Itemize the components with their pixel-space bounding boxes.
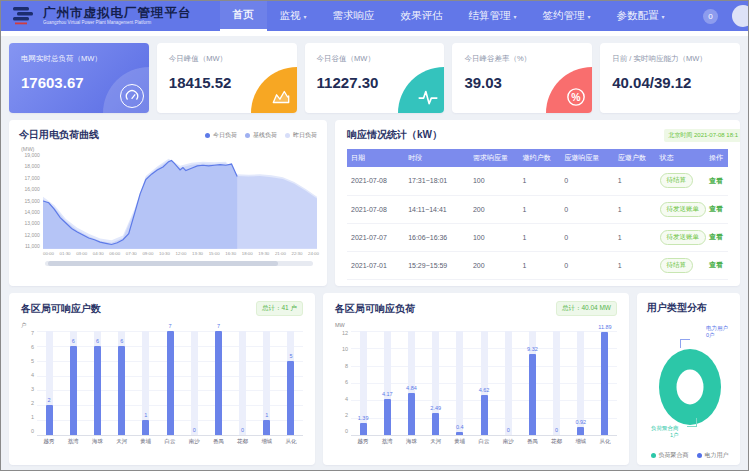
table-header-cell: 日期 [347, 149, 404, 167]
view-link[interactable]: 查看 [709, 261, 723, 268]
pulse-icon [417, 86, 439, 108]
status-badge: 待结算 [660, 258, 694, 273]
bar-从化: 11.89 [593, 331, 617, 435]
table-cell: 15:29~15:59 [404, 251, 469, 279]
status-badge: 待发送账单 [660, 202, 707, 217]
y-tick: 2 [31, 401, 34, 407]
bar-chart-main: 26661707015越秀荔湾海珠天河黄埔白云南沙番禺花都增城从化 [37, 322, 303, 445]
nav-item-3[interactable]: 效果评估 [388, 1, 456, 31]
notification-badge[interactable]: 0 [703, 9, 718, 24]
y-tick: 1 [31, 415, 34, 421]
x-tick: 海珠 [399, 438, 423, 445]
nav-item-4[interactable]: 结算管理▾ [456, 1, 530, 31]
view-link[interactable]: 查看 [709, 233, 723, 240]
load-curve-legend: 今日负荷基线负荷昨日负荷 [205, 131, 317, 140]
table-cell: 查看 [705, 195, 728, 223]
nav-item-0[interactable]: 首页 [220, 1, 267, 31]
y-tick: 4 [31, 373, 34, 379]
table-cell: 1 [518, 195, 560, 223]
chevron-down-icon: ▾ [514, 13, 517, 20]
x-tick: 白云 [472, 438, 496, 445]
table-cell: 0 [560, 223, 613, 251]
load-by-district-title: 各区局可响应负荷 [335, 302, 415, 316]
area-series [43, 160, 237, 248]
table-header-cell: 状态 [656, 149, 706, 167]
top-navbar: 广州市虚拟电厂管理平台 Guangzhou Virtual Power Plan… [1, 1, 748, 31]
user-types-panel: 用户类型分布 电力用户 0户 负荷聚合商 1户 负 [637, 293, 740, 465]
bar-南沙: 0 [182, 331, 206, 435]
kpi-value: 40.04/39.12 [612, 74, 728, 91]
bar-value-label: 7 [158, 323, 182, 329]
app-subtitle: Guangzhou Virtual Power Plant Management… [43, 21, 192, 26]
status-badge: 待发送账单 [660, 230, 707, 245]
legend-item[interactable]: 昨日负荷 [285, 131, 317, 140]
table-cell: 0 [560, 251, 613, 279]
x-tick: 22:30 [291, 251, 302, 256]
callout-power-users: 电力用户 0户 [706, 325, 728, 339]
legend-item[interactable]: 电力用户 [697, 451, 729, 460]
bar-chart-axis: MW121086420 [335, 322, 351, 445]
legend-dot [245, 133, 250, 138]
y-tick: 17,000 [25, 176, 40, 181]
x-tick: 越秀 [351, 438, 375, 445]
x-tick: 黄埔 [448, 438, 472, 445]
users-by-district-panel: 各区局可响应户数 总计：41 户 户7654321026661707015越秀荔… [9, 293, 315, 465]
bar-fill [142, 420, 149, 435]
bar-fill [263, 420, 270, 435]
nav-item-6[interactable]: 参数配置▾ [604, 1, 678, 31]
y-tick: 14,000 [25, 210, 40, 215]
bar-value-label: 0.4 [448, 424, 472, 430]
nav-item-5[interactable]: 签约管理▾ [530, 1, 604, 31]
table-cell: 2021-07-07 [347, 223, 404, 251]
table-row: 2021-07-0814:11~14:41200101待发送账单查看 [347, 195, 728, 223]
bar-fill [529, 354, 536, 435]
kpi-label: 电网实时总负荷（MW） [21, 54, 137, 64]
legend-item[interactable]: 负荷聚合商 [651, 451, 689, 460]
kpi-label: 今日峰值（MW） [169, 54, 285, 64]
bar-value-label: 0 [496, 427, 520, 433]
table-cell: 1 [614, 251, 656, 279]
kpi-card-peak-valley-ratio: 今日峰谷差率（%） 39.03 % [452, 43, 592, 113]
nav-item-label: 监视 [280, 9, 301, 23]
x-tick: 从化 [593, 438, 617, 445]
x-tick: 越秀 [37, 438, 61, 445]
nav-item-1[interactable]: 监视▾ [267, 1, 320, 31]
legend-item[interactable]: 基线负荷 [245, 131, 277, 140]
kpi-row: 电网实时总负荷（MW） 17603.67 今日峰值（MW） 18415.52 [9, 43, 740, 113]
bar-增城: 1 [255, 331, 279, 435]
x-tick: 24:00 [308, 251, 319, 256]
nav-item-label: 首页 [233, 8, 254, 22]
bar-value-label: 0 [231, 427, 255, 433]
x-tick: 16:30 [225, 251, 236, 256]
user-types-donut-chart: 电力用户 0户 负荷聚合商 1户 [647, 315, 732, 443]
x-tick: 白云 [158, 438, 182, 445]
view-link[interactable]: 查看 [709, 177, 723, 184]
legend-item[interactable]: 今日负荷 [205, 131, 237, 140]
x-tick: 13:30 [192, 251, 203, 256]
x-tick: 07:30 [126, 251, 137, 256]
x-tick: 花都 [545, 438, 569, 445]
y-tick: 10 [342, 347, 348, 353]
bar-天河: 6 [110, 331, 134, 435]
user-avatar[interactable] [732, 5, 749, 27]
x-tick: 南沙 [182, 438, 206, 445]
bar-value-label: 0 [545, 427, 569, 433]
y-tick: 2 [345, 413, 348, 419]
x-tick: 天河 [424, 438, 448, 445]
table-cell: 待结算 [656, 251, 706, 279]
x-tick: 荔湾 [375, 438, 399, 445]
bar-南沙: 0 [496, 331, 520, 435]
load-curve-plot [43, 153, 317, 249]
table-header-cell: 邀约户数 [518, 149, 560, 167]
chart-scrollbar[interactable] [45, 261, 313, 266]
bar-value-label: 2 [37, 397, 61, 403]
view-link[interactable]: 查看 [709, 205, 723, 212]
nav-item-2[interactable]: 需求响应 [320, 1, 388, 31]
x-tick: 01:30 [60, 251, 71, 256]
bar-track [456, 331, 463, 435]
table-cell: 16:06~16:36 [404, 223, 469, 251]
table-header-cell: 操作 [705, 149, 728, 167]
y-tick: 16,000 [25, 187, 40, 192]
scrollbar-thumb[interactable] [48, 261, 278, 266]
y-axis-ticks: 19,00018,00017,00016,00015,00014,00013,0… [19, 153, 43, 249]
